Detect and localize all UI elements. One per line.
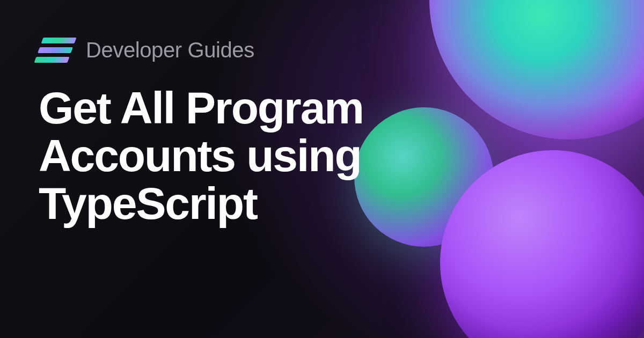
logo-bar <box>34 57 69 63</box>
logo-bar <box>41 38 77 43</box>
header-row: Developer Guides <box>39 38 605 63</box>
category-label: Developer Guides <box>86 38 254 62</box>
content-area: Developer Guides Get All Program Account… <box>0 0 644 338</box>
solana-logo-icon <box>34 38 76 63</box>
logo-bar <box>38 47 73 53</box>
page-title: Get All Program Accounts using TypeScrip… <box>39 84 500 227</box>
